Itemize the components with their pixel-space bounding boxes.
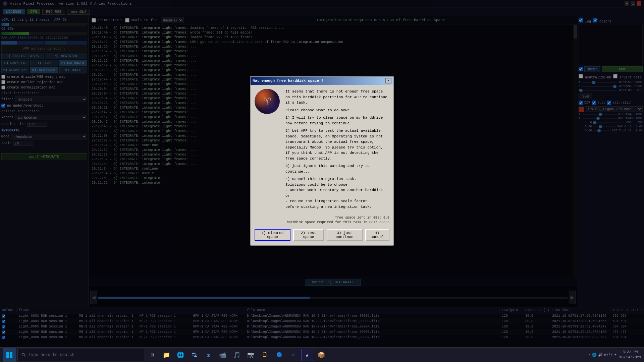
modal-footer: free space left in GBs: 0.0 harddisk spa…: [251, 216, 393, 226]
edge-icon[interactable]: 🌐: [174, 349, 186, 361]
weather-icon: ☀: [614, 353, 616, 357]
tray-arrow[interactable]: ∧: [588, 353, 591, 357]
search-icon: [21, 353, 26, 357]
start-button[interactable]: [3, 348, 16, 362]
taskbar-clock[interactable]: 8:22 PM 10/14/2021: [619, 350, 641, 360]
svg-line-5: [24, 356, 25, 357]
modal-option3: 3) just ignore this warning and try to c…: [285, 163, 389, 174]
clock-time: 8:22 PM: [619, 350, 641, 355]
test-space-button[interactable]: 2) test space: [293, 229, 324, 241]
modal-title: Not enough free harddisk space ?: [253, 79, 323, 83]
modal-content: It seems that there is not enough free s…: [251, 85, 393, 216]
modal-option1: 1) I will try to clear space on my hardd…: [285, 115, 389, 126]
modal-option4: 4) cancel this Integration task. Solutio…: [285, 176, 389, 209]
mail-icon[interactable]: ✉: [203, 349, 215, 361]
volume-icon[interactable]: 🔊: [598, 353, 603, 357]
modal-buttons: 1) cleared space 2) test space 3) just c…: [251, 226, 393, 245]
svg-rect-3: [10, 355, 12, 358]
search-placeholder: Type here to search: [29, 353, 74, 357]
modal-option2: 2) Let APP try to test the actual availa…: [285, 128, 389, 161]
note-icon[interactable]: 🗒: [259, 349, 271, 361]
taskbar: Type here to search ⊡ 📁 🌐 🛍 ✉ 📹 🎵 📷 🗒 🔵 …: [0, 347, 644, 362]
network-icon: 🌐: [592, 353, 597, 357]
taskbar-right: ∧ 🌐 🔊 67°F ☀ 8:22 PM 10/14/2021: [588, 350, 641, 360]
modal-app-icon: [255, 89, 280, 114]
cancel-modal-button[interactable]: 4) cancel: [365, 229, 389, 241]
svg-rect-2: [6, 355, 9, 358]
task-view-icon[interactable]: ⊡: [146, 349, 158, 361]
clock-date: 10/14/2021: [619, 355, 641, 360]
cleared-space-button[interactable]: 1) cleared space: [255, 229, 290, 241]
dropbox-icon[interactable]: 📦: [315, 349, 327, 361]
windows-logo-icon: [6, 352, 13, 358]
taskbar-search-box[interactable]: Type here to search: [17, 349, 145, 361]
required-space-text: harddisk space required for this task in…: [255, 220, 389, 225]
chrome-icon[interactable]: 🔵: [273, 349, 285, 361]
zoom-icon[interactable]: 📹: [217, 349, 229, 361]
modal-icon-area: [255, 89, 281, 212]
word-icon[interactable]: W: [287, 349, 299, 361]
modal-overlay: Not enough free harddisk space ? × It se…: [0, 0, 644, 362]
svg-rect-1: [10, 352, 12, 355]
taskbar-app-icons: ⊡ 📁 🌐 🛍 ✉ 📹 🎵 📷 🗒 🔵 W ★ 📦: [146, 349, 327, 361]
free-space-text: free space left in GBs: 0.0: [255, 216, 389, 220]
camera-icon[interactable]: 📷: [245, 349, 257, 361]
music-icon[interactable]: 🎵: [231, 349, 243, 361]
modal-choose: Please choose what to do now:: [285, 108, 389, 113]
modal-body-1: It seems that there is not enough free s…: [285, 89, 389, 106]
modal-titlebar: Not enough free harddisk space ? ×: [251, 77, 393, 85]
modal-text-area: It seems that there is not enough free s…: [285, 89, 389, 212]
temp-label: 67°F: [604, 353, 613, 357]
system-tray: ∧ 🌐 🔊 67°F ☀: [588, 353, 616, 357]
modal-dialog: Not enough free harddisk space ? × It se…: [250, 76, 394, 246]
app-pixel-icon[interactable]: ★: [301, 349, 313, 361]
file-explorer-icon[interactable]: 📁: [160, 349, 172, 361]
svg-rect-0: [6, 352, 9, 355]
svg-point-4: [22, 353, 24, 356]
just-continue-button[interactable]: 3) just continue: [327, 229, 363, 241]
store-icon[interactable]: 🛍: [189, 349, 201, 361]
modal-close-button[interactable]: ×: [385, 78, 391, 83]
